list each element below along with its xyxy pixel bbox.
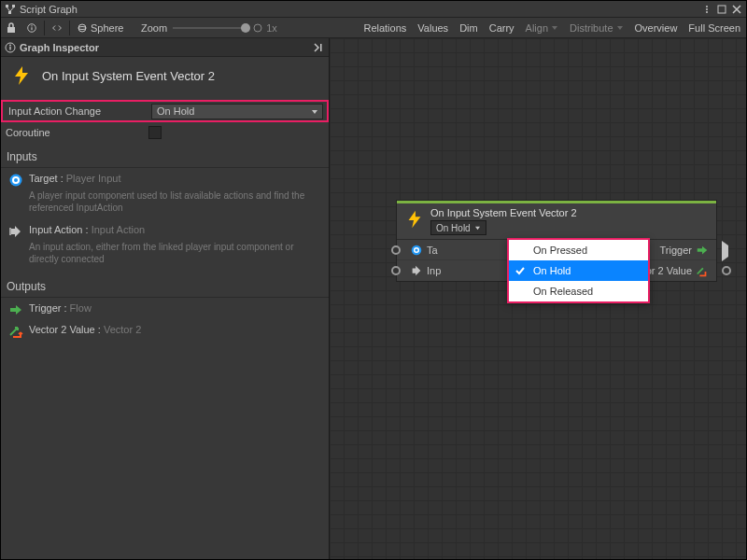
- input-action-icon: [8, 224, 23, 239]
- vector2-icon: [8, 324, 23, 339]
- node-title-section: On Input System Event Vector 2: [1, 57, 329, 100]
- zoom-value: 1x: [266, 22, 277, 34]
- target-icon: [8, 173, 23, 188]
- svg-point-20: [14, 178, 18, 182]
- graph-canvas[interactable]: On Input System Event Vector 2 On Hold T…: [330, 38, 746, 559]
- svg-point-23: [415, 248, 417, 251]
- trigger-icon: [8, 302, 23, 317]
- svg-rect-2: [8, 11, 11, 14]
- node-title: On Input System Event Vector 2: [430, 207, 709, 218]
- svg-point-13: [254, 24, 261, 32]
- graph-icon: [5, 4, 16, 15]
- tab-values[interactable]: Values: [412, 19, 454, 37]
- highlighted-field: Input Action Change On Hold: [1, 100, 329, 122]
- svg-point-12: [78, 26, 86, 29]
- window-title: Script Graph: [20, 4, 78, 15]
- close-icon[interactable]: [731, 4, 742, 15]
- menu-icon[interactable]: [701, 4, 712, 15]
- input-port[interactable]: [391, 245, 401, 255]
- dropdown-menu: On Pressed On Hold On Released: [507, 238, 650, 303]
- target-icon: [410, 244, 423, 257]
- input-action-change-dropdown[interactable]: On Hold: [151, 104, 323, 119]
- input-action-icon: [410, 264, 423, 277]
- tab-fullscreen[interactable]: Full Screen: [683, 19, 746, 37]
- info-icon: [5, 42, 16, 53]
- svg-rect-1: [12, 5, 15, 7]
- tab-distribute[interactable]: Distribute: [564, 19, 628, 37]
- trigger-icon: [696, 244, 709, 257]
- zoom-control: Zoom 1x: [141, 22, 277, 34]
- coroutine-label: Coroutine: [4, 127, 148, 138]
- coroutine-checkbox[interactable]: [148, 126, 162, 139]
- svg-point-10: [31, 25, 32, 26]
- tab-overview[interactable]: Overview: [629, 19, 684, 37]
- info-button[interactable]: [21, 19, 42, 37]
- inspector-title: Graph Inspector: [20, 42, 99, 53]
- outputs-title: Outputs: [1, 271, 329, 297]
- dropdown-item-on-pressed[interactable]: On Pressed: [509, 240, 648, 260]
- titlebar: Script Graph: [1, 1, 746, 18]
- graph-inspector: Graph Inspector On Input System Event Ve…: [1, 38, 330, 559]
- zoom-label: Zoom: [141, 22, 167, 34]
- toolbar: Sphere Zoom 1x Relations Values Dim Carr…: [1, 18, 746, 38]
- node-subtitle-dropdown[interactable]: On Hold: [430, 220, 486, 235]
- svg-rect-6: [718, 6, 726, 13]
- input-action-desc: An input action, either from the linked …: [1, 241, 329, 271]
- svg-rect-7: [7, 27, 15, 33]
- svg-point-3: [706, 6, 708, 7]
- svg-point-16: [9, 44, 11, 46]
- svg-rect-15: [9, 47, 10, 50]
- dropdown-item-on-released[interactable]: On Released: [509, 281, 648, 301]
- tab-align[interactable]: Align: [520, 19, 564, 37]
- input-action: Input Action : Input Action: [1, 219, 329, 241]
- collapse-icon[interactable]: [312, 42, 325, 53]
- input-action-change-label: Input Action Change: [7, 105, 151, 117]
- chevron-down-icon: [311, 109, 318, 115]
- tab-relations[interactable]: Relations: [358, 19, 412, 37]
- svg-rect-17: [320, 44, 322, 51]
- inputs-title: Inputs: [1, 141, 329, 167]
- node-header[interactable]: On Input System Event Vector 2 On Hold: [397, 201, 716, 240]
- shape-label: Sphere: [91, 22, 123, 34]
- code-button[interactable]: [47, 19, 67, 37]
- shape-dropdown[interactable]: Sphere: [72, 19, 137, 37]
- lock-button[interactable]: [1, 19, 21, 37]
- tab-carry[interactable]: Carry: [484, 19, 520, 37]
- chevron-down-icon: [474, 226, 481, 231]
- input-target-desc: A player input component used to list av…: [1, 189, 329, 219]
- tab-dim[interactable]: Dim: [454, 19, 484, 37]
- svg-rect-9: [31, 27, 32, 30]
- input-target: Target : Player Input: [1, 168, 329, 189]
- reset-zoom-icon[interactable]: [253, 23, 262, 33]
- svg-point-4: [706, 8, 708, 10]
- check-icon: [514, 265, 526, 276]
- bolt-icon: [404, 209, 425, 230]
- maximize-icon[interactable]: [716, 4, 727, 15]
- bolt-icon: [10, 64, 33, 87]
- vector2-icon: [696, 264, 709, 277]
- inspector-header: Graph Inspector: [1, 38, 329, 57]
- svg-point-5: [706, 11, 708, 13]
- output-trigger: Trigger : Flow: [1, 298, 329, 319]
- node-title: On Input System Event Vector 2: [42, 69, 215, 83]
- output-port-vector2[interactable]: [722, 266, 731, 275]
- svg-point-11: [78, 24, 86, 32]
- input-port[interactable]: [391, 266, 401, 275]
- svg-rect-0: [6, 5, 8, 7]
- output-port-trigger[interactable]: [722, 245, 731, 255]
- output-vector2: Vector 2 Value : Vector 2: [1, 319, 329, 341]
- dropdown-item-on-hold[interactable]: On Hold: [509, 260, 648, 281]
- zoom-slider[interactable]: [173, 27, 247, 29]
